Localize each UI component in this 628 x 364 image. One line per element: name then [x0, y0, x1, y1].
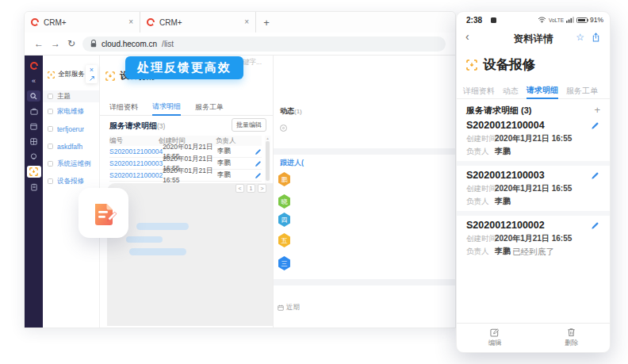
tab-activity[interactable]: 动态: [503, 83, 519, 98]
back-icon[interactable]: ←: [34, 39, 44, 48]
address-bar[interactable]: cloud.hecom.cn/list: [82, 36, 446, 52]
owner: 李鹏: [217, 147, 247, 156]
request-id-link[interactable]: S2020012100004: [109, 148, 163, 155]
section-count: (3): [157, 122, 165, 130]
follower-avatar[interactable]: 四: [278, 213, 291, 227]
nav-item[interactable]: askdfafh: [43, 140, 99, 152]
created-label: 创建时间: [466, 134, 496, 144]
table-scrollbar[interactable]: ▴ ▾: [265, 136, 270, 186]
browser-tab-1[interactable]: CRM+ ×: [25, 12, 140, 33]
owner: 李鹏: [217, 159, 247, 168]
refresh-icon[interactable]: ↻: [67, 39, 75, 48]
forward-icon[interactable]: →: [51, 39, 60, 48]
close-tab-icon[interactable]: ×: [244, 18, 249, 26]
edit-pencil-icon[interactable]: [591, 171, 599, 182]
tab-detail-info[interactable]: 详细资料: [109, 99, 138, 115]
owner: 李鹏: [217, 171, 247, 180]
edit-pencil-icon[interactable]: [255, 172, 262, 179]
owner-label: 负责人: [466, 147, 489, 157]
calendar-icon[interactable]: [27, 121, 40, 132]
close-icon[interactable]: ×: [90, 67, 94, 74]
batch-edit-button[interactable]: 批量编辑: [232, 118, 266, 132]
follower-avatar[interactable]: 晓: [278, 194, 291, 209]
request-id-link[interactable]: S2020012100003: [109, 159, 163, 167]
share-icon[interactable]: [592, 33, 600, 44]
follower-avatar[interactable]: 三: [278, 256, 291, 270]
edit-action-button[interactable]: 编辑: [457, 324, 534, 352]
checkbox[interactable]: [48, 126, 53, 132]
edit-pencil-icon[interactable]: [591, 221, 599, 232]
browser-tab-2[interactable]: CRM+ ×: [140, 12, 256, 33]
activity-side-panel: 动态(1) 跟进人( 鹏 晓 四 五 三 近期: [273, 56, 455, 328]
activity-title: 动态(1): [280, 106, 302, 117]
report-grid-icon[interactable]: [27, 136, 40, 147]
edit-pencil-icon[interactable]: [591, 121, 599, 132]
checkbox[interactable]: [48, 144, 53, 149]
expand-icon[interactable]: [89, 75, 95, 82]
follower-avatar[interactable]: 鹏: [278, 172, 291, 186]
nav-item[interactable]: terfjoerur: [43, 123, 99, 135]
nav-panel-title: 全部服务: [58, 70, 85, 79]
nav-item-link[interactable]: 家电维修: [57, 107, 84, 117]
page-number[interactable]: 1: [247, 184, 255, 193]
detail-tabs: 详细资料 请求明细 服务工单: [100, 99, 273, 116]
nav-item-link[interactable]: 设备报修: [57, 177, 84, 186]
nav-item-link[interactable]: askdfafh: [57, 143, 82, 151]
tab-request-detail[interactable]: 请求明细: [152, 99, 181, 116]
checkbox[interactable]: [48, 109, 53, 114]
nav-item[interactable]: 家电维修: [43, 105, 99, 117]
delete-action-label: 删除: [565, 339, 578, 348]
crm-logo-icon: [147, 18, 155, 26]
phone-nav-bar: ‹ 资料详情 ☆: [457, 28, 610, 48]
nav-item-link[interactable]: terfjoerur: [57, 125, 84, 133]
new-tab-button[interactable]: +: [256, 12, 277, 33]
support-icon[interactable]: [27, 151, 40, 162]
section-title: 服务请求明细 (3): [466, 105, 532, 117]
page-prev-button[interactable]: <: [236, 184, 244, 193]
volte-indicator: VoLTE: [549, 17, 564, 23]
briefcase-icon[interactable]: [27, 105, 40, 117]
follower-avatar[interactable]: 五: [278, 233, 291, 247]
checkbox[interactable]: [48, 94, 53, 99]
section-divider: [274, 148, 455, 155]
clipboard-icon[interactable]: [27, 182, 40, 193]
checkbox[interactable]: [48, 161, 53, 167]
scrollbar-thumb[interactable]: [266, 141, 270, 181]
checkbox[interactable]: [48, 178, 53, 184]
created-label: 创建时间: [466, 234, 496, 244]
tab-request-detail[interactable]: 请求明细: [527, 83, 558, 99]
browser-tabstrip: CRM+ × CRM+ × +: [25, 12, 455, 33]
col-header-owner: 负责人: [216, 136, 247, 146]
crm-logo-icon: [31, 18, 39, 26]
card-divider: [457, 161, 610, 166]
scroll-up-icon[interactable]: ▴: [266, 136, 269, 140]
service-module-icon-active[interactable]: [27, 166, 41, 178]
recent-label: 近期: [286, 303, 300, 312]
calendar-icon: [278, 305, 284, 311]
request-card[interactable]: S2020012100003 创建时间 2020年1月21日 16:55 负责人…: [457, 168, 610, 209]
recent-section: 近期: [278, 303, 300, 312]
request-table: 编号 创建时间 负责人 S2020012100004 2020年01月21日 1…: [109, 136, 262, 182]
page-next-button[interactable]: >: [258, 184, 266, 193]
nav-item[interactable]: 设备报修: [43, 175, 99, 187]
request-id-link[interactable]: S2020012100002: [109, 171, 163, 179]
add-request-icon[interactable]: +: [594, 104, 600, 116]
mobile-app-panel: 2:38 VoLTE 91% ‹ 资料详情 ☆ 设备报修 详细资料 动态 请求明…: [456, 11, 611, 353]
search-icon[interactable]: [27, 90, 40, 102]
created-time: 2020年01月21日 16:55: [163, 167, 217, 184]
record-title: 设备报修: [483, 56, 535, 74]
close-tab-icon[interactable]: ×: [128, 18, 133, 26]
table-row[interactable]: S2020012100002 2020年01月21日 16:55 李鹏: [109, 170, 262, 182]
tab-service-order[interactable]: 服务工单: [566, 83, 598, 98]
tab-service-order[interactable]: 服务工单: [195, 99, 224, 115]
collapse-sidebar-icon[interactable]: «: [27, 75, 40, 86]
delete-action-button[interactable]: 删除: [534, 324, 611, 352]
favorite-star-icon[interactable]: ☆: [576, 32, 584, 43]
tab-detail-info[interactable]: 详细资料: [463, 83, 495, 98]
request-card[interactable]: S2020012100004 创建时间 2020年1月21日 16:55 负责人…: [457, 118, 610, 159]
end-of-list-text: 已经到底了: [457, 247, 610, 258]
edit-pencil-icon[interactable]: [255, 148, 262, 155]
nav-item-link[interactable]: 系统运维例: [57, 159, 91, 169]
nav-item[interactable]: 系统运维例: [43, 158, 99, 170]
edit-pencil-icon[interactable]: [255, 160, 262, 167]
